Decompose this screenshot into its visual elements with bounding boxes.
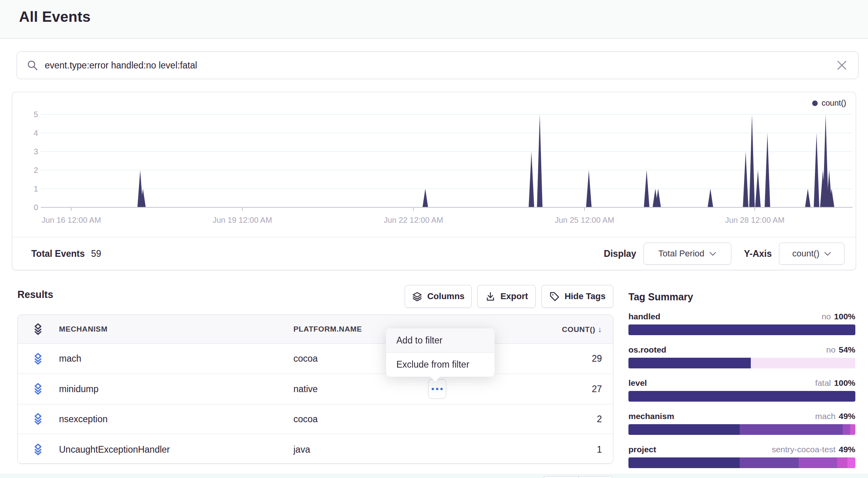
x-axis-tick: Jun 19 12:00 AM: [199, 216, 286, 225]
columns-button-label: Columns: [427, 291, 464, 302]
y-axis-tick: 5: [16, 110, 38, 119]
cell-count: 29: [592, 353, 602, 364]
chart-spike: [537, 114, 542, 207]
tag-summary-panel: Tag Summary handled no 100% os.rooted no…: [628, 291, 855, 303]
tag-icon: [549, 291, 560, 302]
tag-entry: handled no 100%: [628, 312, 855, 335]
cell-platform: native: [293, 384, 318, 395]
tag-bar-segment: [740, 424, 843, 435]
cell-mechanism: mach: [59, 353, 81, 364]
tag-top-value: fatal: [815, 378, 831, 388]
table-row[interactable]: mach cocoa 29: [18, 344, 613, 374]
cell-mechanism: nsexception: [59, 414, 108, 425]
y-axis-label: Y-Axis: [744, 248, 772, 259]
chart-spike: [529, 152, 534, 207]
layers-icon: [31, 412, 45, 426]
table-row[interactable]: minidump native 27: [18, 374, 613, 404]
close-icon[interactable]: [835, 59, 849, 72]
cell-platform: cocoa: [293, 414, 318, 425]
display-dropdown[interactable]: Total Period: [643, 243, 731, 265]
table-header-row: MECHANISM PLATFORM.NAME COUNT()↓: [18, 315, 613, 344]
y-axis-tick: 4: [16, 129, 38, 138]
y-axis-dropdown[interactable]: count(): [779, 243, 845, 265]
y-axis-dropdown-value: count(): [792, 248, 819, 259]
column-header-platform[interactable]: PLATFORM.NAME: [293, 325, 362, 334]
tag-distribution-bar[interactable]: [628, 457, 855, 468]
export-button[interactable]: Export: [477, 285, 536, 308]
tag-distribution-bar[interactable]: [628, 324, 855, 335]
tag-name: handled: [628, 312, 661, 321]
layers-icon: [31, 352, 45, 366]
download-icon: [485, 291, 496, 302]
ellipsis-icon: [432, 388, 434, 390]
pagination-buttons[interactable]: [543, 476, 613, 478]
tag-distribution-bar[interactable]: [628, 424, 855, 435]
cell-mechanism: UncaughtExceptionHandler: [59, 444, 170, 455]
tag-top-value: no: [826, 345, 836, 355]
layers-icon: [412, 291, 423, 302]
chevron-down-icon: [824, 251, 831, 256]
search-bar[interactable]: event.type:error handled:no level:fatal: [17, 51, 858, 79]
context-menu: Add to filter Exclude from filter: [386, 328, 495, 377]
tag-name: level: [628, 378, 647, 388]
legend-label: count(): [822, 99, 846, 108]
table-row[interactable]: UncaughtExceptionHandler java 1: [18, 434, 613, 464]
tag-bar-segment: [628, 324, 855, 335]
column-header-count[interactable]: COUNT()↓: [562, 325, 602, 334]
total-events-value: 59: [91, 248, 101, 259]
tag-percentage: 49%: [839, 445, 855, 454]
search-icon: [27, 59, 38, 71]
tag-bar-segment: [628, 457, 740, 468]
ellipsis-icon: [436, 388, 438, 390]
tag-bar-segment: [837, 457, 847, 468]
tag-entry: mechanism mach 49%: [628, 412, 855, 435]
next-page-button[interactable]: [578, 476, 613, 478]
cell-count: 1: [597, 444, 602, 455]
tag-bar-segment: [740, 457, 799, 468]
display-dropdown-value: Total Period: [659, 248, 704, 259]
tag-bar-segment: [751, 358, 855, 368]
chart-spike: [749, 114, 755, 207]
tag-bar-segment: [628, 424, 740, 435]
previous-page-button[interactable]: [544, 476, 578, 478]
events-chart-panel: 5 4 3 2 1 0 Jun 16 12:00 AM Jun 19 12:00…: [12, 92, 856, 270]
tag-bar-segment: [843, 424, 850, 435]
chart-spike: [743, 152, 748, 207]
page-title: All Events: [19, 9, 91, 25]
search-input[interactable]: event.type:error handled:no level:fatal: [45, 60, 835, 71]
tag-top-value: mach: [815, 412, 836, 421]
columns-button[interactable]: Columns: [405, 285, 472, 308]
cell-mechanism: minidump: [59, 384, 99, 395]
tag-bar-segment: [847, 457, 855, 468]
tag-summary-title: Tag Summary: [628, 291, 855, 303]
chart-spike: [423, 189, 428, 207]
total-events-label: Total Events: [31, 248, 85, 259]
x-axis-tick: Jun 16 12:00 AM: [28, 216, 115, 225]
cell-platform: java: [293, 444, 310, 455]
column-header-mechanism[interactable]: MECHANISM: [59, 325, 108, 334]
y-axis-tick: 2: [16, 166, 38, 175]
menu-item-exclude-from-filter[interactable]: Exclude from filter: [386, 353, 495, 377]
tag-distribution-bar[interactable]: [628, 358, 855, 368]
display-label: Display: [604, 248, 636, 259]
tag-percentage: 100%: [834, 378, 855, 388]
layers-icon: [31, 322, 45, 336]
x-axis-tick: Jun 22 12:00 AM: [370, 216, 457, 225]
row-actions-button[interactable]: [428, 379, 446, 399]
y-axis-tick: 1: [16, 184, 38, 193]
tag-bar-segment: [628, 391, 855, 402]
results-title: Results: [17, 289, 53, 300]
page-bottom-background: [0, 474, 868, 478]
x-axis-tick: Jun 28 12:00 AM: [711, 216, 798, 225]
tag-bar-segment: [799, 457, 837, 468]
ellipsis-icon: [440, 388, 443, 390]
menu-item-add-to-filter[interactable]: Add to filter: [386, 328, 495, 353]
table-row[interactable]: nsexception cocoa 2: [18, 404, 613, 434]
hide-tags-button[interactable]: Hide Tags: [541, 285, 613, 308]
tag-percentage: 100%: [834, 312, 855, 321]
y-axis-tick: 3: [16, 147, 38, 156]
results-table: MECHANISM PLATFORM.NAME COUNT()↓ mach co…: [17, 315, 613, 464]
tag-distribution-bar[interactable]: [628, 391, 855, 402]
page-header: All Events: [0, 0, 868, 39]
layers-icon: [31, 443, 45, 456]
